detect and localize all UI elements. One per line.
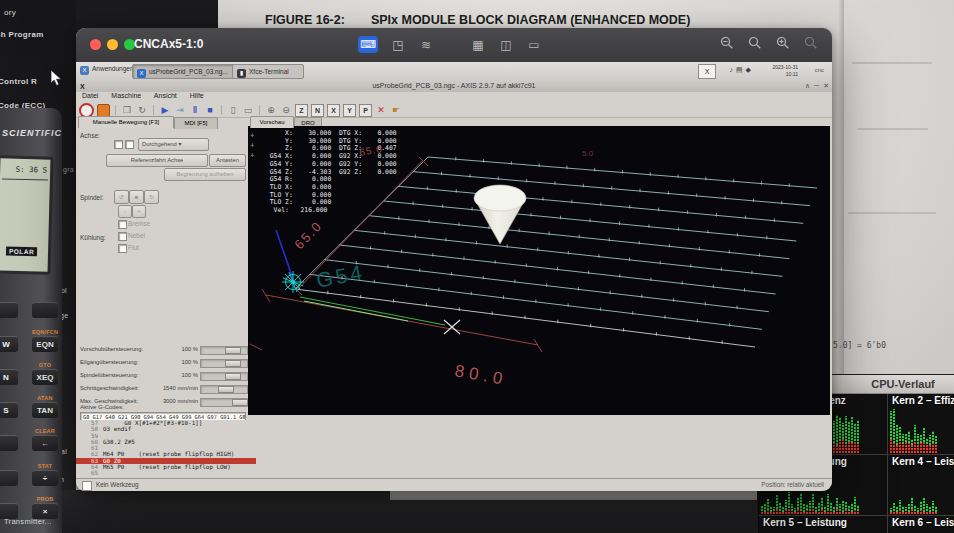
calculator-key-xeq[interactable]: XEQ — [32, 369, 58, 385]
block-delete-button[interactable]: ▯ — [227, 104, 239, 116]
preview-viewport[interactable]: X: 30.000 DTG X: 0.000 Y: 30.000 DTG Y: … — [248, 126, 830, 415]
wm-minimize-button[interactable]: ─ — [814, 80, 819, 92]
calculator-key[interactable]: S — [0, 402, 18, 418]
tab-preview[interactable]: Vorschau — [250, 116, 294, 128]
reload-button[interactable]: ↻ — [136, 104, 148, 116]
spindle-slower-button[interactable]: - — [118, 205, 132, 218]
close-button[interactable] — [90, 39, 101, 50]
search-icon[interactable] — [804, 36, 818, 50]
run-program-button[interactable]: ▶ — [159, 104, 171, 116]
gcode-program-listing[interactable]: 57 G0 X[#1+#2*[#3-#10-1]] 58O3 endif 59 … — [76, 420, 832, 478]
zoom-in-icon[interactable] — [776, 36, 790, 50]
calculator-key[interactable]: W — [0, 336, 18, 352]
pause-button[interactable]: ‖ — [189, 104, 201, 116]
optional-stop-button[interactable]: ▭ — [242, 104, 254, 116]
tab-mdi[interactable]: MDI [F5] — [174, 117, 218, 129]
mac-titlebar[interactable]: CNCAx5-1:0 ⌨ ◳ ≋ ▦ ◫ ▭ — [76, 28, 832, 63]
calculator-key[interactable] — [0, 302, 18, 318]
menu-hilfe[interactable]: Hilfe — [190, 92, 204, 99]
calculator-key-backspace[interactable]: ← — [32, 435, 58, 451]
paper-print-line — [858, 128, 928, 130]
stop-button[interactable]: ■ — [204, 104, 216, 116]
calculator-key[interactable]: N — [0, 369, 18, 385]
max-velocity-slider[interactable] — [200, 398, 248, 407]
calculator-key-divide[interactable]: ÷ — [32, 470, 58, 486]
titlebar-tools-group: ⌨ ◳ ≋ ▦ ◫ ▭ — [358, 36, 542, 53]
calculator-key[interactable] — [32, 302, 58, 318]
zoom-in-view-button[interactable]: ⊕ — [265, 104, 277, 116]
gcode-line[interactable]: 62M64 P0 (reset probe flipflop HIGH) — [76, 451, 832, 457]
tray-icons[interactable]: ♪▤◆ — [730, 66, 755, 74]
display-icon[interactable]: ◳ — [390, 37, 406, 53]
view-y-button[interactable]: Y — [343, 104, 356, 117]
view-z2-button[interactable]: N — [311, 104, 324, 117]
slider-handle[interactable] — [218, 386, 234, 393]
menu-maschine[interactable]: Maschine — [111, 92, 141, 99]
view-z-button[interactable]: Z — [295, 104, 308, 117]
jog-mode-value: Durchgehend — [142, 141, 177, 147]
zoom-reset-icon[interactable] — [748, 36, 762, 50]
calculator-polar-indicator: POLAR — [6, 247, 37, 257]
spindle-ccw-button[interactable]: ↺ — [114, 190, 129, 204]
brake-checkbox[interactable] — [118, 220, 127, 229]
zoom-out-icon[interactable] — [720, 36, 734, 50]
figure-caption: FIGURE 16-2:SPIx MODULE BLOCK DIAGRAM (E… — [265, 13, 690, 27]
axis-x-radio[interactable] — [114, 140, 123, 149]
keyboard-icon[interactable]: ⌨ — [358, 36, 378, 53]
calculator-lcd: S: 36 S POLAR — [0, 155, 54, 274]
jog-speed-slider[interactable] — [200, 385, 248, 394]
taskbar-tab-terminal[interactable]: ▮Xfce-Terminal — [232, 64, 304, 79]
clear-plot-button[interactable]: ✕ — [375, 104, 387, 116]
bottom-bar-icon[interactable]: ▭ — [526, 37, 542, 53]
calculator-key-tan[interactable]: TAN — [32, 402, 58, 418]
menu-ansicht[interactable]: Ansicht — [154, 92, 177, 99]
slider-handle[interactable] — [225, 347, 241, 354]
axis-statusbar: Kein Werkzeug Position: relativ aktuell — [76, 478, 832, 491]
gcode-line[interactable]: 65 — [76, 470, 832, 476]
rapid-override-slider[interactable] — [200, 359, 248, 368]
applications-menu[interactable]: XAnwendungen — [80, 65, 134, 75]
clock-time: 10:11 — [772, 71, 798, 78]
spindle-stop-button[interactable]: ■ — [129, 190, 144, 204]
mist-checkbox[interactable] — [118, 232, 127, 241]
run-step-button[interactable]: ⇥ — [174, 104, 186, 116]
zoom-out-view-button[interactable]: ⊖ — [280, 104, 292, 116]
toolpath-canvas[interactable]: G54 65.0 65.0 80.0 5.0 — [248, 126, 830, 415]
shade-button[interactable]: ∧ — [805, 80, 810, 92]
split-view-icon[interactable]: ◫ — [498, 37, 514, 53]
view-x-button[interactable]: X — [327, 104, 340, 117]
open-file-button[interactable]: ❐ — [121, 104, 133, 116]
calculator-key-eqn[interactable]: EQN — [32, 336, 58, 352]
touch-off-button[interactable]: Antasten — [209, 154, 246, 167]
spindle-faster-button[interactable]: + — [132, 205, 146, 218]
keyboard-layout-indicator[interactable]: X — [698, 64, 716, 79]
calculator-key[interactable] — [0, 470, 18, 486]
cpu-core-label: Kern 6 – Leistung — [892, 517, 954, 528]
flood-checkbox[interactable] — [118, 244, 127, 253]
spindle-override-slider[interactable] — [200, 372, 248, 381]
g54-origin-icon — [282, 271, 304, 293]
taskbar-clock[interactable]: 2023-10-31 10:11 — [772, 64, 798, 77]
slider-handle[interactable] — [225, 373, 241, 380]
dimension-80-label: 80.0 — [453, 361, 509, 389]
axis-y-radio[interactable] — [125, 140, 134, 149]
machine-power-button[interactable] — [97, 104, 110, 117]
jog-mode-dropdown[interactable]: Durchgehend ▾ — [138, 138, 209, 151]
feed-override-slider[interactable] — [200, 346, 248, 355]
layers-icon[interactable]: ≋ — [418, 37, 434, 53]
menu-datei[interactable]: Datei — [82, 92, 98, 99]
override-limits-button[interactable]: Begrenzung aufheben — [164, 168, 246, 181]
spindle-cw-button[interactable]: ↻ — [144, 190, 159, 204]
slider-handle[interactable] — [225, 360, 241, 367]
calculator-shift-label: EQN/FCN — [32, 329, 58, 335]
rotate-hand-button[interactable]: ☛ — [390, 104, 402, 116]
calculator-key[interactable] — [0, 435, 18, 451]
slider-handle[interactable] — [232, 399, 248, 406]
grid-view-icon[interactable]: ▦ — [470, 37, 486, 53]
view-p-button[interactable]: P — [359, 104, 372, 117]
wm-close-button[interactable]: ✕ — [823, 80, 829, 92]
tab-manual-control[interactable]: Manuelle Bewegung [F3] — [78, 116, 174, 128]
minimize-button[interactable] — [107, 39, 118, 50]
home-axis-button[interactable]: Referenzfahrt Achse — [106, 154, 208, 167]
taskbar-tab-axis[interactable]: XusProbeGrid_PCB_03.ng... — [132, 64, 238, 79]
